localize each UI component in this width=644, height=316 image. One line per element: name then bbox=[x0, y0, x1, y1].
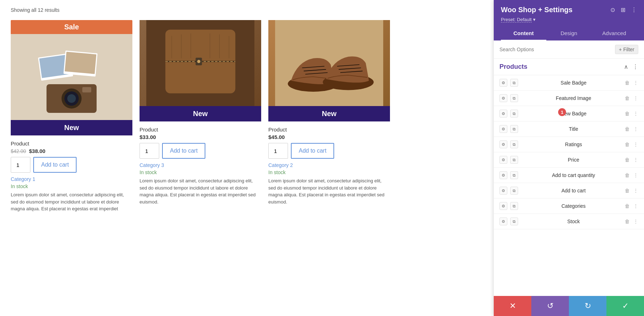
delete-icon-categories[interactable]: 🗑 bbox=[625, 203, 630, 209]
component-left-icons-new-badge: ⚙ ⧉ bbox=[499, 110, 518, 118]
settings-icon-title[interactable]: ⚙ bbox=[499, 125, 507, 133]
delete-icon-add-to-cart[interactable]: 🗑 bbox=[625, 188, 630, 193]
section-header-icons: ∧ ⋮ bbox=[624, 63, 638, 70]
settings-icon-featured-image[interactable]: ⚙ bbox=[499, 94, 507, 102]
settings-icon-ratings[interactable]: ⚙ bbox=[499, 140, 507, 148]
product-image-3 bbox=[268, 20, 390, 106]
product-price-2: $33.00 bbox=[140, 134, 261, 140]
component-left-icons-sale-badge: ⚙ ⧉ bbox=[499, 79, 518, 87]
qty-input-2[interactable] bbox=[140, 143, 159, 159]
sale-badge-1: Sale bbox=[11, 20, 132, 34]
more-icon-featured-image[interactable]: ⋮ bbox=[633, 95, 638, 101]
products-grid: Sale bbox=[11, 20, 483, 215]
confirm-button[interactable]: ✓ bbox=[606, 296, 644, 316]
component-row-price: ⚙ ⧉ Price 🗑 ⋮ bbox=[494, 152, 644, 168]
showing-results: Showing all 12 results bbox=[11, 7, 483, 13]
delete-icon-featured-image[interactable]: 🗑 bbox=[625, 95, 630, 101]
copy-icon-stock[interactable]: ⧉ bbox=[510, 217, 518, 225]
panel-header: Woo Shop + Settings ⊙ ⊞ ⋮ Preset: Defaul… bbox=[494, 0, 644, 40]
more-icon-title[interactable]: ⋮ bbox=[633, 126, 638, 132]
qty-input-3[interactable] bbox=[268, 143, 288, 159]
tab-design[interactable]: Design bbox=[546, 27, 592, 40]
add-to-cart-button-1[interactable]: Add to cart bbox=[33, 157, 77, 173]
more-icon-categories[interactable]: ⋮ bbox=[633, 203, 638, 209]
copy-icon-cart-qty[interactable]: ⧉ bbox=[510, 171, 518, 179]
settings-icon-new-badge[interactable]: ⚙ bbox=[499, 110, 507, 118]
delete-icon-new-badge[interactable]: 🗑 bbox=[625, 111, 630, 116]
cancel-button[interactable]: ✕ bbox=[494, 296, 531, 316]
category-link-3[interactable]: Category 2 bbox=[268, 162, 390, 168]
delete-icon-cart-qty[interactable]: 🗑 bbox=[625, 172, 630, 178]
product-info-1: Product $42.00 $38.00 Add to cart Catego… bbox=[11, 135, 132, 215]
component-row-stock: ⚙ ⧉ Stock 🗑 ⋮ bbox=[494, 214, 644, 229]
more-icon-sale-badge[interactable]: ⋮ bbox=[633, 80, 638, 86]
section-collapse-icon[interactable]: ∧ bbox=[624, 63, 628, 70]
copy-icon-featured-image[interactable]: ⧉ bbox=[510, 94, 518, 102]
component-label-ratings: Ratings bbox=[522, 142, 625, 147]
more-icon-cart-qty[interactable]: ⋮ bbox=[633, 172, 638, 178]
delete-icon-ratings[interactable]: 🗑 bbox=[625, 142, 630, 147]
component-row-categories: ⚙ ⧉ Categories 🗑 ⋮ bbox=[494, 198, 644, 214]
tab-content[interactable]: Content bbox=[501, 27, 546, 40]
qty-input-1[interactable] bbox=[11, 157, 30, 173]
product-image-wrapper-1: Sale bbox=[11, 20, 132, 135]
component-row-title: ⚙ ⧉ Title 🗑 ⋮ bbox=[494, 121, 644, 137]
price-sale-1: $38.00 bbox=[29, 148, 45, 154]
copy-icon-sale-badge[interactable]: ⧉ bbox=[510, 79, 518, 87]
more-icon-price[interactable]: ⋮ bbox=[633, 157, 638, 163]
more-options-icon[interactable]: ⋮ bbox=[631, 6, 637, 13]
redo-button[interactable]: ↻ bbox=[569, 296, 606, 316]
product-image-2 bbox=[140, 20, 261, 106]
settings-icon-add-to-cart[interactable]: ⚙ bbox=[499, 187, 507, 195]
settings-icon-categories[interactable]: ⚙ bbox=[499, 202, 507, 210]
delete-icon-price[interactable]: 🗑 bbox=[625, 157, 630, 163]
settings-icon-sale-badge[interactable]: ⚙ bbox=[499, 79, 507, 87]
copy-icon-new-badge[interactable]: ⧉ bbox=[510, 110, 518, 118]
more-icon-new-badge[interactable]: ⋮ bbox=[633, 111, 638, 116]
section-more-icon[interactable]: ⋮ bbox=[633, 63, 638, 70]
more-icon-add-to-cart[interactable]: ⋮ bbox=[633, 188, 638, 193]
layout-icon[interactable]: ⊞ bbox=[621, 6, 625, 13]
component-label-new-badge: New Badge bbox=[522, 111, 625, 116]
product-info-2: Product $33.00 Add to cart Category 3 In… bbox=[140, 121, 261, 208]
screenshot-icon[interactable]: ⊙ bbox=[610, 6, 615, 13]
add-to-cart-button-3[interactable]: Add to cart bbox=[291, 143, 334, 159]
component-label-featured-image: Featured Image bbox=[522, 95, 625, 101]
delete-icon-stock[interactable]: 🗑 bbox=[625, 219, 630, 224]
settings-icon-stock[interactable]: ⚙ bbox=[499, 217, 507, 225]
copy-icon-categories[interactable]: ⧉ bbox=[510, 202, 518, 210]
settings-icon-cart-qty[interactable]: ⚙ bbox=[499, 171, 507, 179]
in-stock-3: In stock bbox=[268, 169, 390, 175]
filter-button[interactable]: + Filter bbox=[615, 45, 638, 54]
copy-icon-ratings[interactable]: ⧉ bbox=[510, 140, 518, 148]
tab-advanced[interactable]: Advanced bbox=[591, 27, 637, 40]
category-link-2[interactable]: Category 3 bbox=[140, 162, 261, 168]
more-icon-stock[interactable]: ⋮ bbox=[633, 219, 638, 224]
search-filter-row: Search Options + Filter bbox=[494, 40, 644, 59]
panel-preset[interactable]: Preset: Default ▾ bbox=[501, 17, 637, 22]
more-icon-ratings[interactable]: ⋮ bbox=[633, 142, 638, 147]
product-image-wrapper-3: New bbox=[268, 20, 390, 121]
category-link-1[interactable]: Category 1 bbox=[11, 176, 132, 182]
add-to-cart-row-2: Add to cart bbox=[140, 143, 261, 159]
component-row-new-badge: 1 ⚙ ⧉ New Badge 🗑 ⋮ bbox=[494, 106, 644, 121]
component-right-icons-featured-image: 🗑 ⋮ bbox=[625, 95, 638, 101]
copy-icon-price[interactable]: ⧉ bbox=[510, 156, 518, 164]
copy-icon-add-to-cart[interactable]: ⧉ bbox=[510, 187, 518, 195]
product-card-3: New Product $45.00 Add to cart Category … bbox=[268, 20, 390, 215]
delete-icon-title[interactable]: 🗑 bbox=[625, 126, 630, 132]
copy-icon-title[interactable]: ⧉ bbox=[510, 125, 518, 133]
new-badge-3: New bbox=[268, 106, 390, 121]
component-label-price: Price bbox=[522, 157, 625, 163]
component-label-add-to-cart-quantity: Add to cart quantity bbox=[522, 172, 625, 178]
settings-icon-price[interactable]: ⚙ bbox=[499, 156, 507, 164]
component-row-add-to-cart-quantity: ⚙ ⧉ Add to cart quantity 🗑 ⋮ bbox=[494, 168, 644, 183]
delete-icon-sale-badge[interactable]: 🗑 bbox=[625, 80, 630, 86]
panel-body: Search Options + Filter Products ∧ ⋮ ⚙ ⧉… bbox=[494, 40, 644, 296]
price-original-1: $42.00 bbox=[11, 148, 26, 154]
undo-button[interactable]: ↺ bbox=[531, 296, 569, 316]
add-to-cart-row-1: Add to cart bbox=[11, 157, 132, 173]
add-to-cart-button-2[interactable]: Add to cart bbox=[162, 143, 205, 159]
products-section-header: Products ∧ ⋮ bbox=[494, 59, 644, 75]
product-name-1: Product bbox=[11, 140, 132, 147]
